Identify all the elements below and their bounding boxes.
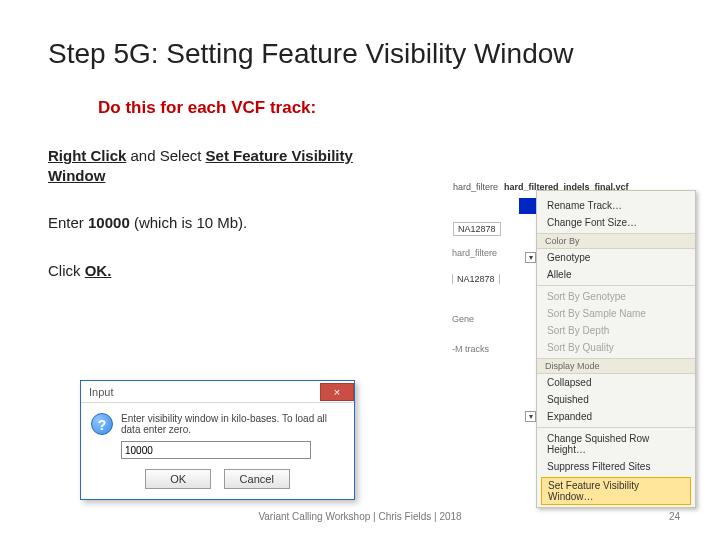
menu-display-squished[interactable]: Squished [537, 391, 695, 408]
menu-change-font[interactable]: Change Font Size… [537, 214, 695, 231]
menu-suppress-filtered[interactable]: Suppress Filtered Sites [537, 458, 695, 475]
context-menu: Rename Track… Change Font Size… Color By… [536, 190, 696, 508]
menu-row-height[interactable]: Change Squished Row Height… [537, 430, 695, 458]
menu-section-display-mode: Display Mode [537, 358, 695, 374]
chevron-down-icon: ▾ [525, 411, 536, 422]
step-1-action: Right Click [48, 147, 126, 164]
step-2: Enter 10000 (which is 10 Mb). [48, 213, 403, 233]
menu-sort-genotype: Sort By Genotype [537, 288, 695, 305]
input-dialog: Input × ? Enter visibility window in kil… [80, 380, 355, 500]
step-3-button: OK. [85, 262, 112, 279]
step-3: Click OK. [48, 261, 403, 281]
question-icon: ? [91, 413, 113, 435]
dialog-title: Input [89, 386, 113, 398]
step-2-value: 10000 [88, 214, 130, 231]
track-side-labels: hard_filtere NA12878 Gene -M tracks [452, 188, 530, 370]
subhead: Do this for each VCF track: [98, 98, 672, 118]
dialog-titlebar: Input × [81, 381, 354, 403]
menu-sort-depth: Sort By Depth [537, 322, 695, 339]
visibility-window-input[interactable] [121, 441, 311, 459]
cancel-button[interactable]: Cancel [224, 469, 290, 489]
menu-display-collapsed[interactable]: Collapsed [537, 374, 695, 391]
footer-text: Variant Calling Workshop | Chris Fields … [0, 511, 720, 522]
menu-sort-sample: Sort By Sample Name [537, 305, 695, 322]
menu-display-expanded[interactable]: ▾ Expanded [537, 408, 695, 425]
menu-section-color-by: Color By [537, 233, 695, 249]
chevron-down-icon: ▾ [525, 252, 536, 263]
ok-button[interactable]: OK [145, 469, 211, 489]
step-1: Right Click and Select Set Feature Visib… [48, 146, 403, 185]
close-icon[interactable]: × [320, 383, 354, 401]
page-number: 24 [669, 511, 680, 522]
page-title: Step 5G: Setting Feature Visibility Wind… [48, 38, 672, 70]
menu-sort-quality: Sort By Quality [537, 339, 695, 356]
dialog-message: Enter visibility window in kilo-bases. T… [121, 413, 344, 435]
menu-rename-track[interactable]: Rename Track… [537, 197, 695, 214]
menu-set-visibility-window[interactable]: Set Feature Visibility Window… [541, 477, 691, 505]
menu-color-genotype[interactable]: ▾ Genotype [537, 249, 695, 266]
menu-color-allele[interactable]: Allele [537, 266, 695, 283]
